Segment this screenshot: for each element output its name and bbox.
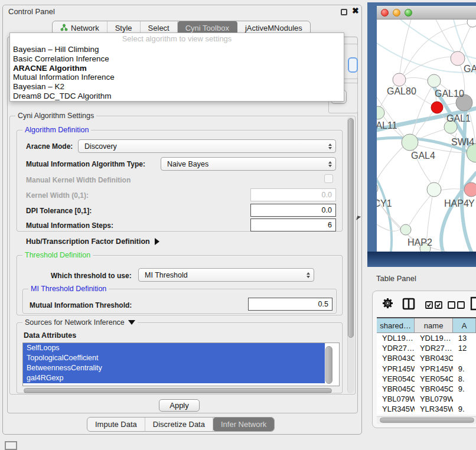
algorithm-option-bayesian-k2[interactable]: Bayesian – K2 (10, 82, 344, 92)
network-node-hap2[interactable] (400, 224, 411, 235)
network-node-gal[interactable] (451, 51, 465, 66)
algorithm-option-aracne-algorithm[interactable]: ARACNE Algorithm (10, 64, 344, 73)
network-window-frame-bottom (367, 252, 476, 267)
table-cell: 13 (453, 334, 476, 343)
table-row[interactable]: YBR043CYBR043C (377, 353, 476, 363)
tab-label: Select (148, 24, 169, 32)
table-row[interactable]: YER054CYER054C8. (377, 374, 476, 384)
table-row[interactable]: YBR045CYBR045C9. (377, 384, 476, 394)
mi-steps-label: Mutual Information Steps: (26, 221, 113, 230)
close-traffic-light-icon[interactable] (381, 9, 389, 17)
cyni-bottom-tab-bar: Impute DataDiscretize DataInfer Network (87, 417, 275, 432)
algorithm-option-bayesian-hill-climbing[interactable]: Bayesian – Hill Climbing (10, 45, 344, 54)
algorithm-option-mutual-information-inference[interactable]: Mutual Information Inference (10, 73, 344, 82)
manual-kernel-checkbox[interactable] (324, 174, 333, 183)
tab-discretize-data[interactable]: Discretize Data (145, 418, 213, 431)
table-cell: YBL079W (377, 394, 415, 403)
attribute-item-gal4rgexp[interactable]: gal4RGexp (23, 373, 325, 383)
algorithm-option-basic-correlation-inference[interactable]: Basic Correlation Inference (10, 54, 344, 64)
select-all-checkboxes-icon[interactable] (425, 301, 443, 311)
network-node[interactable] (467, 19, 476, 27)
split-columns-icon[interactable] (402, 298, 415, 312)
table-cell: YLR345W (415, 405, 453, 413)
table-row[interactable]: YDL19…YDL19…13 (377, 333, 476, 343)
attributes-hscrollbar-thumb[interactable] (24, 388, 332, 393)
hub-definition-toggle[interactable]: Hub/Transcription Factor Definition (26, 237, 159, 246)
table-row[interactable]: YDR27…YDR27…12 (377, 343, 476, 353)
network-edge (418, 129, 444, 139)
table-row[interactable]: YLR345WYLR345W9. (377, 404, 476, 414)
node-label-gal80: GAL80 (387, 86, 416, 96)
column-header-a[interactable]: A (453, 318, 476, 332)
table-row[interactable]: YBL079WYBL079W (377, 394, 476, 404)
settings-scrollbar-thumb[interactable] (348, 118, 354, 338)
network-node-gal4[interactable] (402, 134, 418, 151)
deselect-all-checkboxes-icon[interactable] (448, 301, 465, 311)
attribute-item-topologicalcoefficient[interactable]: TopologicalCoefficient (23, 353, 325, 363)
combo-spinner-icon (328, 144, 332, 149)
network-node-gal10[interactable] (428, 74, 441, 87)
table-hscrollbar-thumb[interactable] (380, 418, 474, 423)
sources-title-label: Sources for Network Inference (25, 318, 125, 327)
table-row[interactable]: YPR145WYPR145W9. (377, 364, 476, 374)
kernel-width-field[interactable]: 0.0 (250, 188, 336, 201)
expand-right-icon (155, 238, 159, 245)
mi-type-label: Mutual Information Algorithm Type: (26, 160, 145, 168)
table-cell: YPR145W (415, 364, 453, 373)
which-threshold-label: Which threshold to use: (51, 272, 132, 280)
gear-icon[interactable] (382, 297, 394, 312)
network-node-gal11[interactable] (377, 106, 384, 119)
float-window-icon[interactable] (341, 9, 347, 15)
aracne-mode-combobox[interactable]: Discovery (78, 139, 336, 153)
combo-spinner-icon (307, 272, 310, 278)
document-icon[interactable] (470, 296, 476, 313)
attribute-item-selfloops[interactable]: SelfLoops (23, 343, 325, 353)
table-row[interactable]: YIL052CYIL052C8 (377, 415, 476, 415)
inference-algorithm-combobox-fragment[interactable] (348, 57, 358, 73)
network-edge (406, 78, 428, 80)
data-attributes-list[interactable]: SelfLoopsTopologicalCoefficientBetweenne… (22, 343, 340, 386)
mi-steps-field[interactable]: 6 (250, 219, 336, 231)
screenshot-root: Control Panel ✖ NetworkStyleSelectCyni T… (0, 0, 476, 450)
network-edge (459, 27, 471, 52)
mi-threshold-field[interactable]: 0.5 (248, 298, 332, 311)
tab-impute-data[interactable]: Impute Data (87, 418, 145, 431)
control-panel-title: Control Panel (8, 7, 55, 16)
column-header-name[interactable]: name (415, 318, 453, 332)
network-node[interactable] (431, 102, 443, 113)
network-node-hap4[interactable] (427, 182, 441, 197)
column-header-shared[interactable]: shared… (377, 318, 415, 332)
close-panel-icon[interactable]: ✖ (352, 6, 359, 15)
node-label-gal1: GAL1 (446, 113, 471, 123)
network-icon (60, 24, 68, 33)
minimized-panel-icon[interactable] (5, 441, 17, 450)
table-cell: YBR043C (415, 354, 453, 363)
node-label-hap4: HAP4 (444, 198, 469, 208)
network-window-titlebar[interactable] (377, 6, 476, 19)
tab-label: Network (71, 24, 99, 32)
node-label-swi4: SWI4 (451, 137, 474, 147)
threshold-definition-title: Threshold Definition (22, 251, 93, 259)
sources-group-title[interactable]: Sources for Network Inference (22, 318, 138, 327)
node-label-gal11: GAL11 (377, 120, 397, 131)
algorithm-option-dream8-dc-tdc-algorithm[interactable]: Dream8 DC_TDC Algorithm (10, 92, 344, 101)
network-edge (409, 195, 431, 225)
tab-label: Discretize Data (153, 420, 205, 429)
which-threshold-combobox[interactable]: MI Threshold (138, 268, 314, 282)
network-canvas[interactable]: GALGAL80GAL10GAL1GAL11SWI4GAL4GCY1HAP4YH… (377, 19, 476, 252)
algorithm-dropdown-items: Bayesian – Hill ClimbingBasic Correlatio… (10, 45, 344, 101)
apply-button[interactable]: Apply (159, 399, 200, 412)
network-node-gal80[interactable] (393, 73, 406, 86)
minimize-traffic-light-icon[interactable] (393, 9, 400, 17)
attributes-list-scrollbar-thumb[interactable] (325, 346, 332, 384)
network-edge (400, 19, 411, 73)
dpi-tolerance-field[interactable]: 0.0 (250, 204, 336, 217)
network-node-y[interactable] (464, 182, 476, 197)
tab-label: Cyni Toolbox (185, 24, 229, 32)
attribute-item-betweennesscentrality[interactable]: BetweennessCentrality (23, 363, 325, 373)
table-cell: 12 (453, 344, 476, 353)
mi-type-combobox[interactable]: Naive Bayes (161, 157, 336, 171)
zoom-traffic-light-icon[interactable] (405, 9, 412, 17)
aracne-mode-label: Aracne Mode: (26, 142, 73, 151)
tab-infer-network[interactable]: Infer Network (213, 418, 274, 431)
